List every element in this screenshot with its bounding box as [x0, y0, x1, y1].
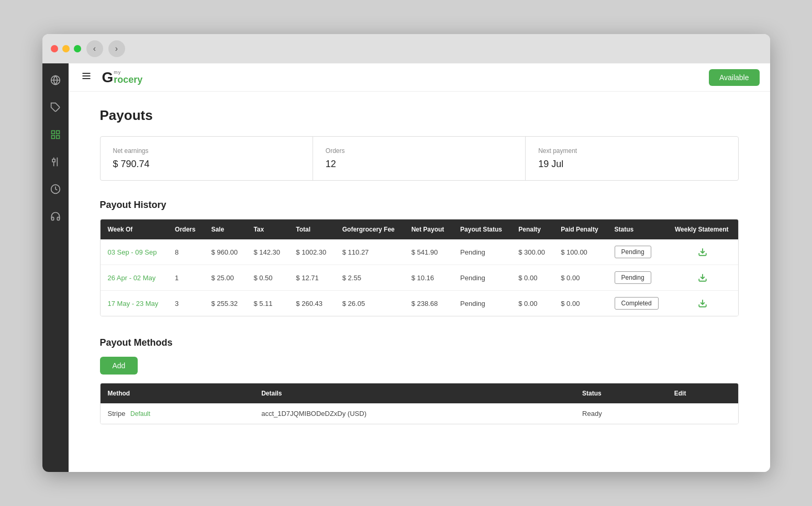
payout-status-cell: Pending: [453, 265, 511, 291]
stat-next-payment-label: Next payment: [538, 147, 725, 155]
table-row: 03 Sep - 09 Sep 8 $ 960.00 $ 142.30 $ 10…: [101, 239, 738, 265]
method-details: acct_1D7JQMIBODeDZxDy (USD): [254, 403, 575, 424]
stat-net-earnings: Net earnings $ 790.74: [101, 137, 313, 180]
stat-orders: Orders 12: [313, 137, 526, 180]
paid-penalty-cell: $ 0.00: [553, 265, 607, 291]
method-name: Stripe Default: [101, 403, 254, 424]
net-payout-cell: $ 10.16: [404, 265, 453, 291]
col-total: Total: [288, 219, 335, 239]
main-content: G my rocery Available Payouts Net earnin…: [69, 63, 770, 472]
payout-history-header-row: Week Of Orders Sale Tax Total Gofergroce…: [101, 219, 738, 239]
paid-penalty-cell: $ 0.00: [553, 291, 607, 316]
traffic-lights: [51, 45, 81, 52]
status-cell[interactable]: Pending: [607, 239, 668, 265]
svg-rect-5: [51, 136, 54, 139]
status-cell[interactable]: Pending: [607, 265, 668, 291]
sale-cell: $ 25.00: [204, 265, 246, 291]
stat-orders-label: Orders: [326, 147, 513, 155]
headset-icon[interactable]: [47, 208, 64, 225]
clock-icon[interactable]: [47, 181, 64, 197]
payout-history-table-container: Week Of Orders Sale Tax Total Gofergroce…: [100, 219, 739, 316]
payout-methods-section: Payout Methods Add Method Details Status…: [100, 337, 739, 424]
logo: G my rocery: [102, 70, 143, 85]
stat-net-earnings-label: Net earnings: [113, 147, 300, 155]
stats-container: Net earnings $ 790.74 Orders 12 Next pay…: [100, 136, 739, 181]
tag-icon[interactable]: [47, 99, 64, 116]
stat-orders-value: 12: [326, 159, 513, 170]
paid-penalty-cell: $ 100.00: [553, 239, 607, 265]
utensils-icon[interactable]: [47, 153, 64, 170]
available-button[interactable]: Available: [709, 69, 760, 86]
col-method: Method: [101, 383, 254, 403]
week-of-cell[interactable]: 17 May - 23 May: [101, 291, 168, 316]
table-row: 17 May - 23 May 3 $ 255.32 $ 5.11 $ 260.…: [101, 291, 738, 316]
col-penalty: Penalty: [511, 219, 553, 239]
top-nav: G my rocery Available: [69, 63, 770, 92]
download-cell[interactable]: [668, 291, 738, 316]
fee-cell: $ 2.55: [335, 265, 404, 291]
total-cell: $ 1002.30: [288, 239, 335, 265]
col-details: Details: [254, 383, 575, 403]
tax-cell: $ 142.30: [246, 239, 288, 265]
total-cell: $ 260.43: [288, 291, 335, 316]
col-paid-penalty: Paid Penalty: [553, 219, 607, 239]
sale-cell: $ 255.32: [204, 291, 246, 316]
col-tax: Tax: [246, 219, 288, 239]
payout-history-title: Payout History: [100, 200, 739, 211]
stat-next-payment-value: 19 Jul: [538, 159, 725, 170]
close-button[interactable]: [51, 45, 58, 52]
col-week-of: Week Of: [101, 219, 168, 239]
payout-methods-title: Payout Methods: [100, 337, 739, 348]
orders-cell: 1: [168, 265, 204, 291]
forward-button[interactable]: ›: [108, 40, 125, 57]
payout-status-cell: Pending: [453, 291, 511, 316]
col-orders: Orders: [168, 219, 204, 239]
col-edit: Edit: [667, 383, 738, 403]
penalty-cell: $ 300.00: [511, 239, 553, 265]
globe-icon[interactable]: [47, 72, 64, 89]
fee-cell: $ 26.05: [335, 291, 404, 316]
week-of-cell[interactable]: 03 Sep - 09 Sep: [101, 239, 168, 265]
method-status: Ready: [575, 403, 667, 424]
maximize-button[interactable]: [74, 45, 81, 52]
payout-methods-header-row: Method Details Status Edit: [101, 383, 738, 403]
tax-cell: $ 0.50: [246, 265, 288, 291]
orders-cell: 3: [168, 291, 204, 316]
payout-status-cell: Pending: [453, 239, 511, 265]
minimize-button[interactable]: [62, 45, 70, 52]
add-payout-method-button[interactable]: Add: [100, 357, 138, 375]
payout-methods-table: Method Details Status Edit Stripe: [101, 383, 738, 424]
default-tag: Default: [130, 410, 150, 417]
total-cell: $ 12.71: [288, 265, 335, 291]
page-body: Payouts Net earnings $ 790.74 Orders 12 …: [69, 92, 770, 461]
col-status: Status: [607, 219, 668, 239]
penalty-cell: $ 0.00: [511, 265, 553, 291]
col-net-payout: Net Payout: [404, 219, 453, 239]
back-button[interactable]: ‹: [86, 40, 103, 57]
stat-net-earnings-value: $ 790.74: [113, 159, 300, 170]
download-cell[interactable]: [668, 239, 738, 265]
sale-cell: $ 960.00: [204, 239, 246, 265]
week-of-cell[interactable]: 26 Apr - 02 May: [101, 265, 168, 291]
net-payout-cell: $ 541.90: [404, 239, 453, 265]
col-payout-status: Payout Status: [453, 219, 511, 239]
page-title: Payouts: [100, 107, 739, 124]
stat-next-payment: Next payment 19 Jul: [526, 137, 738, 180]
fee-cell: $ 110.27: [335, 239, 404, 265]
penalty-cell: $ 0.00: [511, 291, 553, 316]
status-cell[interactable]: Completed: [607, 291, 668, 316]
col-fee: Gofergrocery Fee: [335, 219, 404, 239]
svg-rect-4: [56, 131, 59, 134]
payout-methods-table-container: Method Details Status Edit Stripe: [100, 383, 739, 424]
method-edit[interactable]: [667, 403, 738, 424]
orders-cell: 8: [168, 239, 204, 265]
net-payout-cell: $ 238.68: [404, 291, 453, 316]
download-cell[interactable]: [668, 265, 738, 291]
method-stripe-label: Stripe: [108, 410, 126, 417]
col-sale: Sale: [204, 219, 246, 239]
browser-toolbar: ‹ ›: [42, 34, 770, 63]
grid-icon[interactable]: [47, 126, 64, 143]
sidebar: [42, 63, 69, 472]
hamburger-button[interactable]: [79, 69, 94, 86]
logo-grocery-text: rocery: [114, 75, 142, 84]
